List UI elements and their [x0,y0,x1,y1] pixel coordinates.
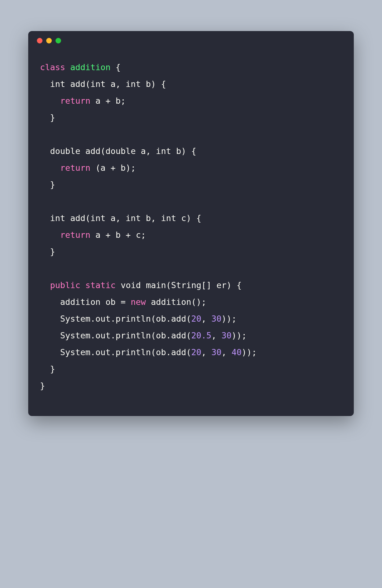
return-expr-2: (a + b); [91,163,136,173]
maximize-icon[interactable] [56,38,61,43]
brace-open: { [111,62,121,72]
number-literal: 40 [232,347,242,357]
keyword-public: public [50,280,81,290]
number-literal: 20 [191,314,202,323]
brace-close-2: } [40,180,55,189]
brace-close-3: } [40,247,55,256]
method-sig-3: int add(int a, int b, int c) { [40,213,201,223]
keyword-return: return [60,96,91,106]
method-sig-2: double add(double a, int b) { [40,146,196,156]
class-name: addition [70,62,111,72]
brace-close-class: } [40,381,45,391]
main-sig: void main(String[] er) { [116,280,242,290]
number-literal: 30 [211,314,222,323]
return-expr-3: a + b + c; [91,230,146,240]
brace-close-1: } [40,113,55,122]
title-bar [28,31,354,43]
number-literal: 20 [191,347,202,357]
brace-close-main: } [40,364,55,374]
number-literal: 30 [211,347,222,357]
code-window: class addition { int add(int a, int b) {… [28,31,354,416]
number-literal: 20.5 [191,331,211,340]
number-literal: 30 [221,331,232,340]
keyword-static: static [85,280,116,290]
minimize-icon[interactable] [46,38,52,43]
keyword-class: class [40,62,65,72]
keyword-return: return [60,230,91,240]
code-area: class addition { int add(int a, int b) {… [28,43,354,416]
close-icon[interactable] [37,38,42,43]
method-sig-1: int add(int a, int b) { [40,79,166,89]
keyword-return: return [60,163,91,173]
return-expr-1: a + b; [91,96,126,106]
keyword-new: new [131,297,146,307]
